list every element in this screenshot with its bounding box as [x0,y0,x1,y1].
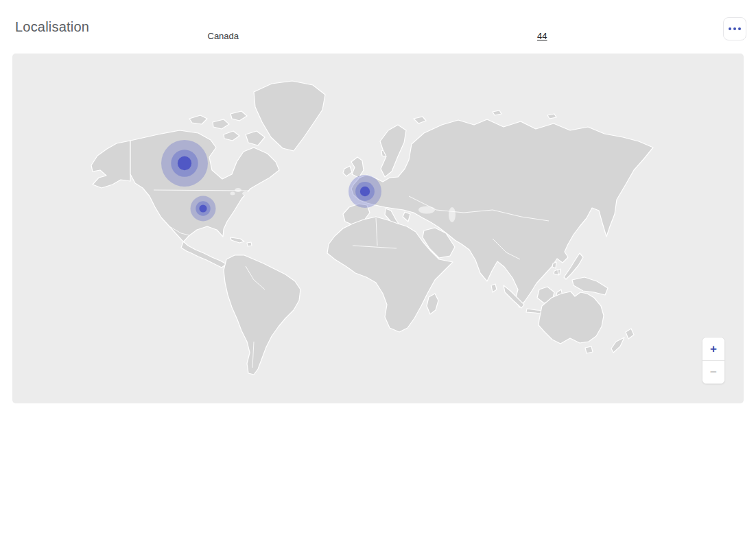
map-bubble-canada[interactable] [161,140,208,187]
more-horizontal-icon [733,27,736,30]
more-horizontal-icon [738,27,741,30]
zoom-in-button[interactable]: + [702,338,724,361]
bubble-circle [360,187,370,196]
continents [91,81,653,375]
map-bubble-united-states[interactable] [191,196,216,222]
bubble-circle [178,156,191,170]
world-map[interactable] [12,54,744,403]
widget-header: Localisation [0,0,756,54]
zoom-out-button[interactable]: − [702,361,724,383]
map-bubble-france[interactable] [349,175,381,208]
map-zoom-control: + − [702,337,725,384]
more-horizontal-icon [729,27,731,30]
widget-title: Localisation [15,19,89,35]
more-options-button[interactable] [723,17,746,40]
bubble-circle [199,204,206,212]
world-map-container[interactable]: + − [12,54,744,403]
localisation-widget: Localisation [0,0,756,544]
